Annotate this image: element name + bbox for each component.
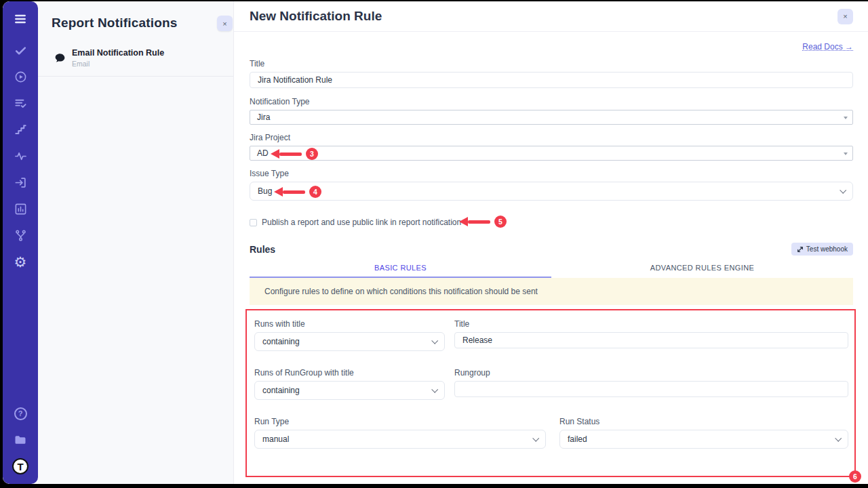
bar-chart-icon[interactable] xyxy=(12,201,28,217)
jira-project-label: Jira Project xyxy=(250,133,853,142)
runs-with-title-select[interactable]: containing xyxy=(254,332,445,351)
field-rungroup: Rungroup xyxy=(454,368,848,400)
issue-type-label: Issue Type xyxy=(250,169,853,178)
notification-type-select[interactable]: Jira xyxy=(250,110,853,125)
hamburger-menu-icon[interactable] xyxy=(12,11,28,27)
webhook-arrows-icon xyxy=(797,246,804,253)
arrow-head xyxy=(274,187,283,197)
list-check-icon[interactable] xyxy=(12,95,28,111)
basic-rules-annotated-box: Runs with title containing Title Runs of… xyxy=(245,309,856,477)
read-docs-link[interactable]: Read Docs → xyxy=(802,42,853,52)
field-title: Title xyxy=(250,59,853,88)
tab-advanced-rules-engine[interactable]: ADVANCED RULES ENGINE xyxy=(551,264,853,278)
issue-type-value: Bug xyxy=(258,186,272,196)
close-icon: × xyxy=(843,12,847,20)
rules-tabs: BASIC RULES ADVANCED RULES ENGINE xyxy=(250,264,853,278)
git-fork-icon[interactable] xyxy=(12,227,28,243)
app-logo[interactable]: T xyxy=(12,458,28,474)
run-type-label: Run Type xyxy=(254,417,546,426)
play-circle-icon[interactable] xyxy=(12,68,28,85)
field-issue-type: Issue Type Bug 4 xyxy=(250,169,853,201)
publish-checkbox-label: Publish a report and use public link in … xyxy=(262,218,461,227)
close-icon: × xyxy=(222,20,226,28)
annotation-badge-5: 5 xyxy=(494,216,507,228)
field-jira-project: Jira Project AD 3 xyxy=(250,133,853,161)
chevron-down-icon xyxy=(532,435,539,442)
run-status-label: Run Status xyxy=(559,417,848,426)
rule-row-2: Runs of RunGroup with title containing R… xyxy=(254,368,848,400)
activity-pulse-icon[interactable] xyxy=(12,148,28,164)
form-body: Read Docs → Title Notification Type Jira… xyxy=(234,32,868,484)
title-input[interactable] xyxy=(250,72,853,88)
panel-title: Report Notifications xyxy=(38,1,233,30)
chevron-down-icon xyxy=(835,435,842,442)
arrow-shaft xyxy=(279,152,302,156)
help-glyph: ? xyxy=(18,409,23,418)
tab-basic-rules[interactable]: BASIC RULES xyxy=(250,264,551,278)
issue-type-select[interactable]: Bug 4 xyxy=(250,182,853,201)
annotation-badge-3: 3 xyxy=(306,148,318,160)
checkmark-icon[interactable] xyxy=(12,42,28,58)
run-type-value: manual xyxy=(262,434,289,444)
rule-row-1: Runs with title containing Title xyxy=(254,319,848,351)
rule-row-3: Run Type manual Run Status failed xyxy=(254,417,848,449)
annotation-badge-6: 6 xyxy=(849,470,861,483)
chevron-down-icon xyxy=(431,386,438,393)
field-rungroup-with-title: Runs of RunGroup with title containing xyxy=(254,368,445,400)
gear-icon[interactable]: ⚙ xyxy=(12,253,28,270)
caret-down-icon xyxy=(844,117,848,119)
rules-header-row: Rules Test webhook xyxy=(250,243,853,256)
report-notifications-panel: Report Notifications × Email Notificatio… xyxy=(38,1,234,484)
field-runs-with-title: Runs with title containing xyxy=(254,319,445,351)
runs-with-title-label: Runs with title xyxy=(254,319,445,329)
annotation-arrow-3: 3 xyxy=(271,148,318,160)
annotation-badge-4: 4 xyxy=(309,186,321,198)
page-title: New Notification Rule xyxy=(250,9,382,24)
rungroup-with-title-select[interactable]: containing xyxy=(254,381,445,400)
arrow-shaft xyxy=(468,220,490,224)
main-content: New Notification Rule × Read Docs → Titl… xyxy=(234,1,868,484)
help-circle-icon[interactable]: ? xyxy=(12,405,28,422)
logo-letter: T xyxy=(17,461,23,472)
field-run-status: Run Status failed xyxy=(559,417,848,449)
list-item-text: Email Notification Rule Email xyxy=(72,48,164,68)
rules-info-banner: Configure rules to define on which condi… xyxy=(250,278,853,305)
folder-icon[interactable] xyxy=(12,432,28,448)
jira-project-select[interactable]: AD 3 xyxy=(250,146,853,161)
list-item-email-notification-rule[interactable]: Email Notification Rule Email xyxy=(38,40,233,77)
run-status-value: failed xyxy=(568,434,587,444)
rungroup-input[interactable] xyxy=(454,381,848,397)
rules-heading: Rules xyxy=(250,244,275,255)
run-status-select[interactable]: failed xyxy=(559,430,848,449)
annotation-arrow-5: 5 xyxy=(459,216,507,228)
sign-in-icon[interactable] xyxy=(12,174,28,190)
panel-close-button[interactable]: × xyxy=(217,16,233,31)
read-docs-row: Read Docs → xyxy=(250,40,853,50)
list-item-title: Email Notification Rule xyxy=(72,48,164,58)
notification-type-value: Jira xyxy=(257,113,270,122)
notification-type-label: Notification Type xyxy=(250,97,853,106)
rule-title-input[interactable] xyxy=(454,332,848,348)
run-type-select[interactable]: manual xyxy=(254,430,546,449)
steps-icon[interactable] xyxy=(12,121,28,138)
nav-sidebar: ⚙ ? T xyxy=(3,1,38,484)
rungroup-with-title-label: Runs of RunGroup with title xyxy=(254,368,445,378)
publish-checkbox[interactable] xyxy=(250,219,257,226)
app-window: ⚙ ? T Report Notifications × Email Notif… xyxy=(3,1,868,484)
runs-with-title-value: containing xyxy=(262,337,300,346)
field-publish-report: Publish a report and use public link in … xyxy=(250,218,853,227)
rungroup-label: Rungroup xyxy=(454,368,848,378)
test-webhook-label: Test webhook xyxy=(806,245,848,253)
jira-project-value: AD xyxy=(257,148,269,158)
list-item-subtitle: Email xyxy=(72,60,164,68)
field-run-type: Run Type manual xyxy=(254,417,546,449)
speech-bubble-icon xyxy=(54,52,66,64)
title-label: Title xyxy=(250,59,853,68)
chevron-down-icon xyxy=(840,187,846,194)
annotation-arrow-4: 4 xyxy=(274,186,321,198)
main-close-button[interactable]: × xyxy=(837,9,853,24)
field-rule-title: Title xyxy=(454,319,848,351)
test-webhook-button[interactable]: Test webhook xyxy=(791,243,853,256)
arrow-shaft xyxy=(283,190,305,194)
main-header: New Notification Rule × xyxy=(234,1,868,32)
